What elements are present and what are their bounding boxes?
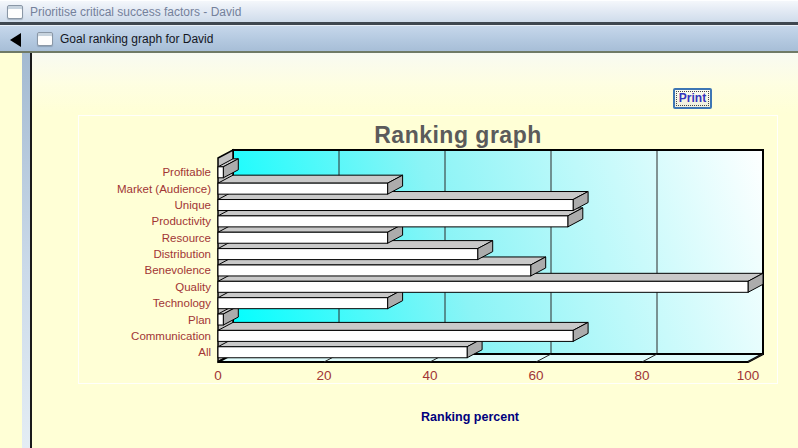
- category-label: Market (Audience): [117, 183, 211, 195]
- category-label: Productivity: [152, 215, 212, 227]
- bar-communication: [218, 322, 588, 341]
- category-label: Resource: [162, 232, 211, 244]
- x-axis-label: Ranking percent: [120, 410, 798, 424]
- x-tick-label: 100: [737, 368, 760, 383]
- category-label: Benevolence: [145, 264, 212, 276]
- chart-canvas: ProfitableMarket (Audience)UniqueProduct…: [0, 0, 798, 448]
- x-tick-label: 20: [316, 368, 331, 383]
- category-label: Quality: [175, 281, 211, 293]
- category-label: Profitable: [162, 166, 211, 178]
- ranking-bar-chart: ProfitableMarket (Audience)UniqueProduct…: [0, 0, 798, 448]
- category-label: Plan: [188, 314, 211, 326]
- x-tick-label: 0: [214, 368, 222, 383]
- category-label: Communication: [131, 330, 211, 342]
- x-tick-label: 40: [422, 368, 437, 383]
- category-label: Unique: [175, 199, 211, 211]
- category-label: Distribution: [153, 248, 211, 260]
- category-label: Technology: [153, 297, 211, 309]
- x-tick-label: 80: [634, 368, 649, 383]
- bar-market-audience-: [218, 175, 403, 194]
- category-label: All: [198, 346, 211, 358]
- x-tick-label: 60: [528, 368, 543, 383]
